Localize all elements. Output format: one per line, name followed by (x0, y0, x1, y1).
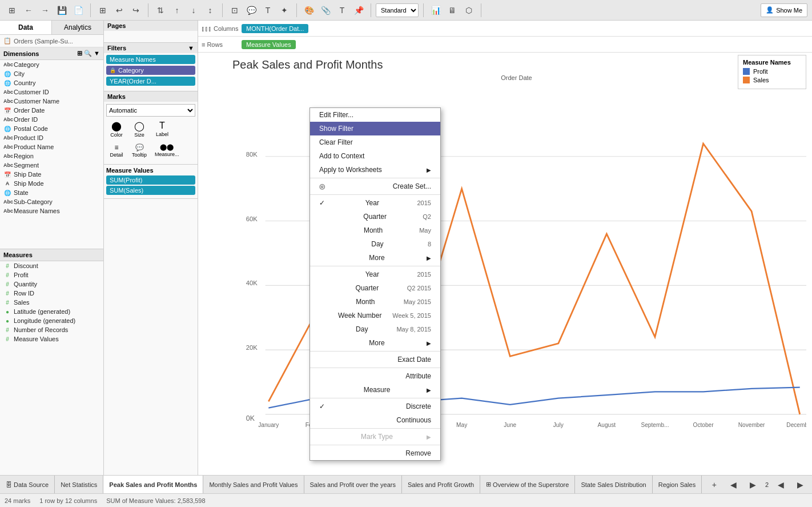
ctx-continuous[interactable]: Continuous (310, 413, 440, 427)
clip-btn[interactable]: 📎 (318, 3, 333, 17)
undo-btn[interactable]: ↩ (112, 3, 127, 17)
save-btn[interactable]: 💾 (54, 3, 69, 17)
ctx-remove[interactable]: Remove (310, 446, 440, 460)
sort-more-btn[interactable]: ↕ (203, 3, 218, 17)
ctx-attribute[interactable]: Attribute (310, 369, 440, 383)
ctx-day-part[interactable]: Day 8 (310, 237, 440, 251)
field-sub-category[interactable]: AbcSub-Category (0, 197, 103, 206)
filter-pill-category[interactable]: 🔒 Category (106, 66, 195, 75)
field-region[interactable]: AbcRegion (0, 151, 103, 161)
field-quantity[interactable]: #Quantity (0, 280, 103, 289)
chart-btn[interactable]: 📊 (428, 3, 443, 17)
ctx-create-set[interactable]: ◎ Create Set... (310, 179, 440, 193)
ctx-edit-filter[interactable]: Edit Filter... (310, 108, 440, 122)
forward-btn[interactable]: → (38, 3, 53, 17)
field-product-name[interactable]: AbcProduct Name (0, 142, 103, 151)
field-state[interactable]: 🌐State (0, 188, 103, 197)
marks-type-select[interactable]: Automatic (106, 104, 195, 117)
tab-state-sales[interactable]: State Sales Distribution (575, 476, 652, 493)
field-row-id[interactable]: #Row ID (0, 289, 103, 298)
fit-btn[interactable]: ⊡ (227, 3, 242, 17)
tab-net-statistics[interactable]: Net Statistics (55, 476, 103, 493)
field-segment[interactable]: AbcSegment (0, 161, 103, 170)
label-btn[interactable]: T (260, 3, 275, 17)
data-tab[interactable]: Data (0, 21, 52, 34)
field-discount[interactable]: #Discount (0, 261, 103, 270)
columns-pill[interactable]: MONTH(Order Dat... (242, 24, 308, 33)
display-btn[interactable]: 🖥 (445, 3, 460, 17)
tooltip-btn[interactable]: 💬 Tooltip (129, 142, 150, 159)
rows-pill[interactable]: Measure Values (242, 40, 296, 49)
ctx-year-val[interactable]: Year 2015 (310, 268, 440, 281)
tab-monthly-sales[interactable]: Monthly Sales and Profit Values (203, 476, 304, 493)
field-country[interactable]: 🌐Country (0, 78, 103, 87)
redo-btn[interactable]: ↪ (128, 3, 143, 17)
size-btn[interactable]: ◯ Size (129, 119, 150, 139)
ctx-add-context[interactable]: Add to Context (310, 149, 440, 163)
prev-page-btn[interactable]: ◀ (773, 478, 788, 492)
ctx-discrete[interactable]: ✓ Discrete (310, 400, 440, 413)
measure-btn[interactable]: ⬤⬤ Measure... (152, 142, 182, 159)
field-order-date[interactable]: 📅Order Date (0, 106, 103, 115)
sort-asc-btn[interactable]: ↑ (170, 3, 184, 17)
ctx-month-part[interactable]: Month May (310, 223, 440, 237)
filter-pill-year[interactable]: YEAR(Order D... (106, 77, 195, 86)
tab-sales-over-years[interactable]: Sales and Profit over the years (304, 476, 402, 493)
label-btn[interactable]: T Label (152, 119, 172, 139)
field-longitude[interactable]: ●Longitude (generated) (0, 316, 103, 325)
field-city[interactable]: 🌐City (0, 69, 103, 78)
field-customer-id[interactable]: AbcCustomer ID (0, 87, 103, 97)
data-source-btn[interactable]: ⊞ (95, 3, 110, 17)
ctx-more-val[interactable]: More ▶ (310, 336, 440, 350)
mark-btn[interactable]: ✦ (277, 3, 292, 17)
filters-dropdown[interactable]: ▼ (188, 45, 194, 51)
scroll-sheets-left[interactable]: ◀ (726, 478, 741, 492)
sum-profit-pill[interactable]: SUM(Profit) (106, 175, 195, 185)
field-measure-names[interactable]: AbcMeasure Names (0, 206, 103, 215)
pin-btn[interactable]: 📌 (351, 3, 366, 17)
filter-pill-measure-names[interactable]: Measure Names (106, 55, 195, 64)
next-page-btn[interactable]: ▶ (793, 478, 807, 492)
ctx-year-part[interactable]: ✓ Year 2015 (310, 196, 440, 210)
field-postal-code[interactable]: 🌐Postal Code (0, 124, 103, 133)
field-num-records[interactable]: #Number of Records (0, 325, 103, 334)
tab-peak-sales[interactable]: Peak Sales and Profit Months (103, 476, 203, 493)
scroll-sheets-right[interactable]: ▶ (746, 478, 761, 492)
sort-desc-btn[interactable]: ↓ (186, 3, 201, 17)
share-btn[interactable]: ⬡ (461, 3, 476, 17)
ctx-exact-date[interactable]: Exact Date (310, 353, 440, 366)
field-category[interactable]: AbcCategory (0, 60, 103, 69)
dropdown-icon[interactable]: ▼ (94, 50, 100, 57)
tab-region-sales[interactable]: Region Sales (653, 476, 702, 493)
text-btn[interactable]: T (335, 3, 349, 17)
ctx-show-filter[interactable]: Show Filter (310, 122, 440, 135)
add-sheet-btn[interactable]: + (707, 478, 722, 492)
tab-overview[interactable]: ⊞ Overview of the Superstore (480, 476, 575, 493)
color-btn[interactable]: 🎨 (302, 3, 316, 17)
new-btn[interactable]: 📄 (71, 3, 86, 17)
field-sales[interactable]: #Sales (0, 298, 103, 307)
field-order-id[interactable]: AbcOrder ID (0, 115, 103, 124)
tab-sales-growth[interactable]: Sales and Profit Growth (402, 476, 480, 493)
data-source-item[interactable]: 📋 Orders (Sample-Su... (0, 35, 103, 47)
field-measure-values[interactable]: #Measure Values (0, 334, 103, 344)
field-latitude[interactable]: ●Latitude (generated) (0, 307, 103, 316)
tooltip-btn[interactable]: 💬 (244, 3, 259, 17)
ctx-clear-filter[interactable]: Clear Filter (310, 135, 440, 149)
ctx-day-val[interactable]: Day May 8, 2015 (310, 322, 440, 336)
ctx-apply-worksheets[interactable]: Apply to Worksheets ▶ (310, 163, 440, 177)
show-me-button[interactable]: 👤 Show Me (761, 3, 807, 17)
ctx-measure[interactable]: Measure ▶ (310, 383, 440, 397)
field-ship-mode[interactable]: AShip Mode (0, 179, 103, 188)
color-btn[interactable]: ⬤ Color (106, 119, 127, 139)
ctx-quarter-part[interactable]: Quarter Q2 (310, 210, 440, 223)
field-product-id[interactable]: AbcProduct ID (0, 133, 103, 142)
analytics-tab[interactable]: Analytics (52, 21, 103, 34)
detail-btn[interactable]: ≡ Detail (106, 142, 127, 159)
field-ship-date[interactable]: 📅Ship Date (0, 170, 103, 179)
back-btn[interactable]: ← (21, 3, 36, 17)
sum-sales-pill[interactable]: SUM(Sales) (106, 186, 195, 195)
field-customer-name[interactable]: AbcCustomer Name (0, 97, 103, 106)
ctx-week-val[interactable]: Week Number Week 5, 2015 (310, 309, 440, 322)
ctx-quarter-val[interactable]: Quarter Q2 2015 (310, 281, 440, 295)
